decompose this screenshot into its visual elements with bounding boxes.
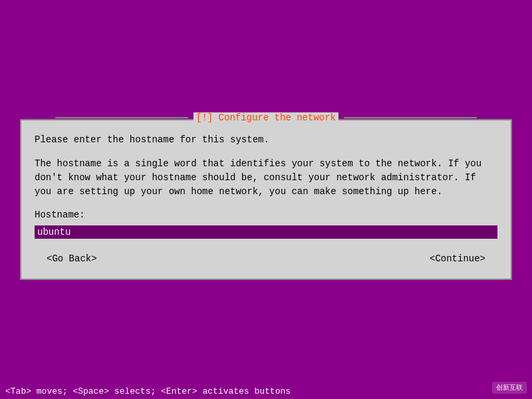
title-line-right (344, 117, 477, 118)
go-back-button[interactable]: <Go Back> (41, 252, 102, 265)
hostname-label: Hostname: (35, 209, 497, 220)
hostname-input[interactable] (35, 225, 497, 239)
title-bar: [!] Configure the network (55, 112, 477, 123)
status-bar: <Tab> moves; <Space> selects; <Enter> ac… (0, 384, 532, 399)
dialog-box: [!] Configure the network Please enter t… (20, 119, 512, 281)
main-container: [!] Configure the network Please enter t… (0, 0, 532, 399)
description2: The hostname is a single word that ident… (35, 157, 497, 199)
title-line-left (55, 117, 188, 118)
button-row: <Go Back> <Continue> (35, 252, 497, 265)
continue-button[interactable]: <Continue> (424, 252, 491, 265)
watermark: 创新互联 (492, 382, 527, 394)
description1: Please enter the hostname for this syste… (35, 134, 497, 147)
input-container (35, 225, 497, 239)
dialog-title: [!] Configure the network (194, 112, 338, 123)
